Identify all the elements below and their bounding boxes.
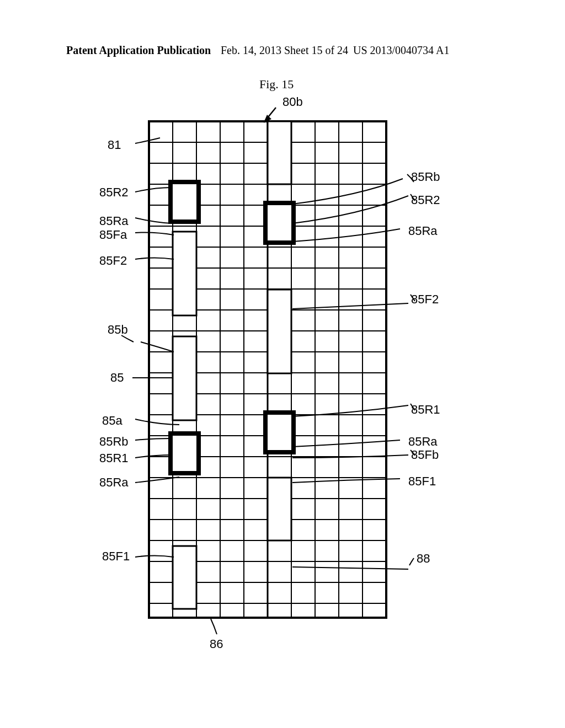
right-label-hooks bbox=[83, 72, 480, 645]
header-pubnum: US 2013/0040734 A1 bbox=[353, 44, 449, 57]
patent-page: Patent Application Publication Feb. 14, … bbox=[0, 0, 565, 728]
header-date-sheet: Feb. 14, 2013 Sheet 15 of 24 bbox=[221, 44, 348, 57]
header-publication: Patent Application Publication bbox=[66, 44, 211, 57]
